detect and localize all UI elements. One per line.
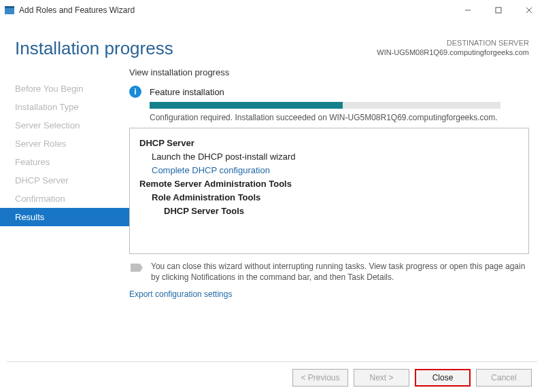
export-configuration-link[interactable]: Export configuration settings (129, 289, 529, 299)
detail-dhcp-launch-line: Launch the DHCP post-install wizard (139, 150, 519, 164)
close-window-button[interactable] (513, 0, 544, 20)
status-message: Configuration required. Installation suc… (150, 113, 529, 122)
sidebar-item-server-selection: Server Selection (0, 116, 129, 135)
sidebar-item-results[interactable]: Results (0, 208, 129, 226)
minimize-button[interactable] (452, 0, 483, 20)
results-details-box: DHCP Server Launch the DHCP post-install… (129, 128, 529, 254)
detail-rsat-head: Remote Server Administration Tools (139, 177, 519, 191)
footer-buttons: < Previous Next > Close Cancel (292, 369, 532, 387)
next-button: Next > (354, 369, 409, 387)
flag-icon (129, 261, 144, 276)
maximize-button[interactable] (483, 0, 513, 20)
svg-rect-6 (131, 264, 140, 272)
feature-status-row: i Feature installation (129, 86, 529, 98)
window-controls (452, 0, 544, 20)
window-title: Add Roles and Features Wizard (19, 5, 452, 15)
close-note-row: You can close this wizard without interr… (129, 261, 529, 283)
svg-rect-3 (496, 7, 501, 13)
feature-installation-label: Feature installation (150, 87, 224, 97)
sidebar-item-installation-type: Installation Type (0, 98, 129, 116)
svg-marker-7 (140, 264, 143, 272)
cancel-button: Cancel (476, 369, 532, 387)
close-note-text: You can close this wizard without interr… (151, 261, 529, 283)
destination-server-name: WIN-UG5M08R1Q69.computingforgeeks.com (377, 48, 529, 57)
close-button[interactable]: Close (415, 369, 471, 387)
info-icon: i (129, 86, 141, 98)
complete-dhcp-configuration-link[interactable]: Complete DHCP configuration (139, 164, 519, 177)
section-heading: View installation progress (129, 67, 529, 77)
sidebar-item-server-roles: Server Roles (0, 135, 129, 153)
progress-fill (150, 102, 343, 109)
wizard-sidebar: Before You Begin Installation Type Serve… (0, 66, 129, 299)
svg-rect-1 (5, 6, 14, 8)
titlebar: Add Roles and Features Wizard (0, 0, 544, 20)
detail-role-admin-tools: Role Administration Tools (139, 191, 519, 204)
detail-dhcp-server-tools: DHCP Server Tools (139, 204, 519, 218)
footer-divider (7, 361, 537, 362)
sidebar-item-dhcp-server: DHCP Server (0, 171, 129, 190)
page-title: Installation progress (15, 38, 377, 59)
sidebar-item-confirmation: Confirmation (0, 190, 129, 208)
sidebar-item-features: Features (0, 153, 129, 171)
body: Before You Begin Installation Type Serve… (0, 59, 544, 299)
main-panel: View installation progress i Feature ins… (129, 66, 529, 299)
destination-label: DESTINATION SERVER (377, 38, 529, 48)
wizard-app-icon (4, 5, 15, 16)
progress-bar (150, 102, 500, 109)
header: Installation progress DESTINATION SERVER… (0, 20, 544, 59)
previous-button: < Previous (292, 369, 348, 387)
destination-server-box: DESTINATION SERVER WIN-UG5M08R1Q69.compu… (377, 38, 529, 57)
sidebar-item-before-you-begin: Before You Begin (0, 79, 129, 98)
detail-dhcp-server-head: DHCP Server (139, 137, 519, 150)
